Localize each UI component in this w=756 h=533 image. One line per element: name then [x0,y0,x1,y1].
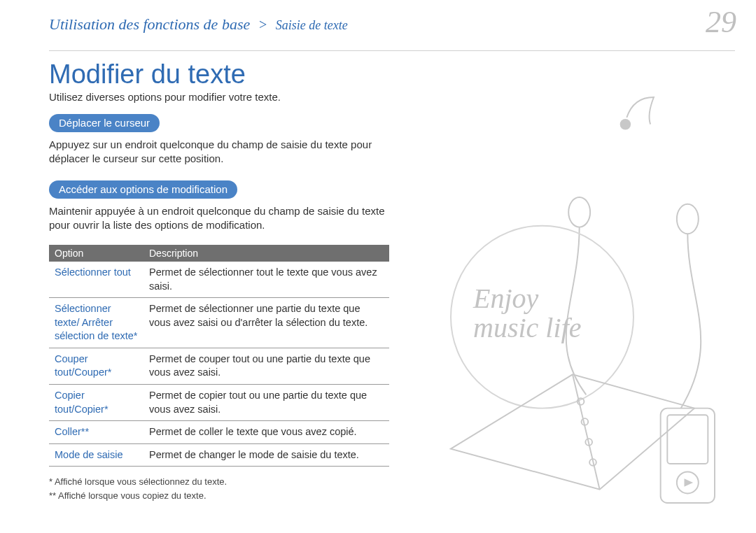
mp3-player-icon [661,408,715,503]
th-option: Option [49,245,144,262]
tagline: Enjoy music life [473,284,581,343]
earbud-left-icon [568,197,590,227]
option-cell: Couper tout/Couper* [49,348,144,384]
table-row: Copier tout/Copier* Permet de copier tou… [49,384,389,420]
content: Modifier du texte Utilisez diverses opti… [0,51,756,528]
breadcrumb-sep: > [258,17,268,32]
mp3-screen-icon [667,415,708,464]
table-row: Sélectionner tout Permet de sélectionner… [49,262,389,298]
option-cell: Sélectionner tout [49,262,144,298]
description-cell: Permet de coller le texte que vous avez … [144,421,389,444]
right-column: Enjoy music life [410,57,735,528]
page-header: Utilisation des fonctions de base > Sais… [0,0,756,43]
footnote-2: ** Affiché lorsque vous copiez du texte. [49,489,389,503]
options-table: Option Description Sélectionner tout Per… [49,245,389,467]
description-cell: Permet de copier tout ou une partie du t… [144,384,389,420]
description-cell: Permet de couper tout ou une partie du t… [144,348,389,384]
table-header-row: Option Description [49,245,389,262]
breadcrumb: Utilisation des fonctions de base > Sais… [49,15,348,33]
breadcrumb-main: Utilisation des fonctions de base [49,15,250,33]
option-cell: Sélectionner texte/ Arrêter sélection de… [49,298,144,348]
page-number: 29 [706,4,736,40]
music-note-icon [626,97,654,125]
earbud-wire-right-icon [681,234,701,408]
table-row: Mode de saisie Permet de changer le mode… [49,443,389,467]
table-row: Sélectionner texte/ Arrêter sélection de… [49,298,389,348]
play-icon [684,478,693,487]
music-note-dot-icon [620,119,631,129]
footnotes: * Affiché lorsque vous sélectionnez du t… [49,475,389,502]
page-title: Modifier du texte [49,59,389,90]
footnote-1: * Affiché lorsque vous sélectionnez du t… [49,475,389,489]
page: Utilisation des fonctions de base > Sais… [0,0,756,533]
table-row: Couper tout/Couper* Permet de couper tou… [49,348,389,384]
option-cell: Mode de saisie [49,443,144,467]
breadcrumb-sub: Saisie de texte [276,18,348,32]
earbud-right-icon [677,204,699,234]
description-cell: Permet de changer le mode de saisie du t… [144,443,389,467]
section-body-move-cursor: Appuyez sur un endroit quelconque du cha… [49,138,389,166]
intro-text: Utilisez diverses options pour modifier … [49,91,389,103]
option-cell: Copier tout/Copier* [49,384,144,420]
tagline-line2: music life [473,313,581,343]
section-pill-move-cursor: Déplacer le curseur [49,114,160,132]
th-description: Description [144,245,389,262]
tagline-line1: Enjoy [473,284,581,313]
table-row: Coller** Permet de coller le texte que v… [49,421,389,444]
section-body-edit-options: Maintenir appuyée à un endroit quelconqu… [49,204,389,233]
description-cell: Permet de sélectionner une partie du tex… [144,298,389,348]
left-column: Modifier du texte Utilisez diverses opti… [49,57,389,528]
option-cell: Coller** [49,421,144,444]
section-pill-edit-options: Accéder aux options de modification [49,180,237,199]
notebook-icon [451,374,694,489]
description-cell: Permet de sélectionner tout le texte que… [144,262,389,298]
